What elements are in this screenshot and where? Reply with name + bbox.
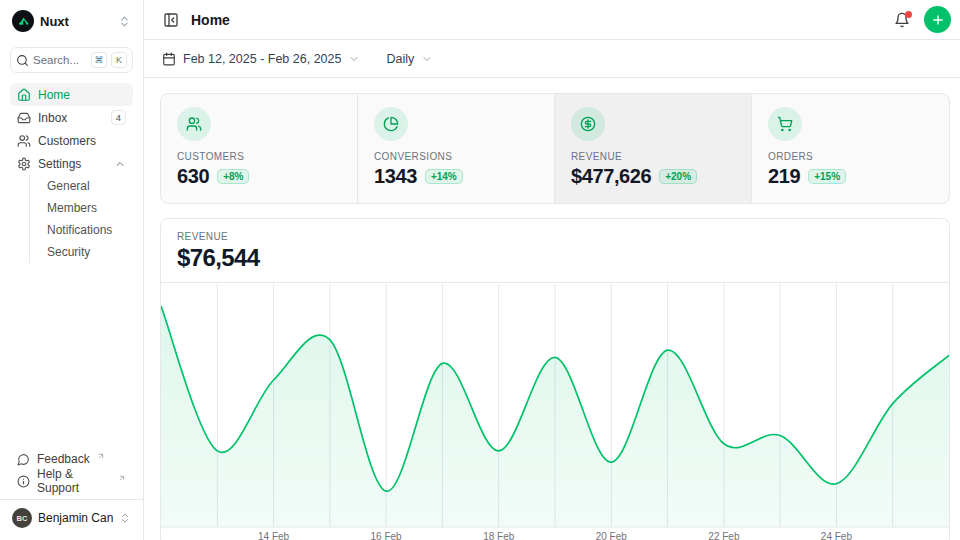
- stat-label: Revenue: [571, 151, 735, 162]
- info-icon: [17, 475, 30, 488]
- sidebar-collapse-button[interactable]: [159, 8, 183, 32]
- sidebar-item-members[interactable]: Members: [30, 197, 133, 219]
- chart-pie-icon: [374, 107, 408, 141]
- svg-text:16 Feb: 16 Feb: [371, 531, 403, 540]
- help-support-link[interactable]: Help & Support: [10, 470, 133, 492]
- stat-delta-badge: +14%: [425, 169, 463, 184]
- sidebar-item-notifications[interactable]: Notifications: [30, 219, 133, 241]
- search-input-wrapper[interactable]: ⌘ K: [10, 47, 133, 73]
- sidebar-spacer: [10, 263, 133, 448]
- kbd-k: K: [111, 52, 127, 68]
- panel-left-close-icon: [163, 12, 179, 28]
- sidebar-item-inbox[interactable]: Inbox 4: [10, 106, 133, 129]
- stat-card-revenue[interactable]: Revenue $477,626 +20%: [555, 94, 752, 203]
- stat-delta-badge: +15%: [808, 169, 846, 184]
- date-range-label: Feb 12, 2025 - Feb 26, 2025: [183, 52, 341, 66]
- period-label: Daily: [386, 52, 414, 66]
- svg-text:22 Feb: 22 Feb: [708, 531, 740, 540]
- gear-icon: [17, 157, 31, 171]
- circle-dollar-icon: [571, 107, 605, 141]
- stat-delta-badge: +20%: [659, 169, 697, 184]
- chevron-down-icon: [421, 53, 433, 65]
- sidebar-item-customers[interactable]: Customers: [10, 129, 133, 152]
- house-icon: [17, 88, 31, 102]
- stat-card-conversions[interactable]: Conversions 1343 +14%: [358, 94, 555, 203]
- stat-card-orders[interactable]: Orders 219 +15%: [752, 94, 949, 203]
- stat-delta-badge: +8%: [217, 169, 249, 184]
- page-title: Home: [191, 12, 230, 28]
- users-icon: [177, 107, 211, 141]
- sidebar-item-general[interactable]: General: [30, 175, 133, 197]
- revenue-chart-card: Revenue $76,544 14 Feb16 Feb18 Feb20 Feb…: [160, 218, 950, 540]
- chevron-up-icon: [114, 158, 126, 170]
- sidebar-item-settings[interactable]: Settings: [10, 152, 133, 175]
- kbd-cmd: ⌘: [91, 52, 107, 68]
- stat-value: 630: [177, 165, 209, 188]
- stat-label: Customers: [177, 151, 341, 162]
- inbox-icon: [17, 111, 31, 125]
- users-icon: [17, 134, 31, 148]
- message-circle-icon: [17, 453, 30, 466]
- sidebar-item-label: Customers: [38, 134, 96, 148]
- search-input[interactable]: [33, 54, 87, 66]
- add-button[interactable]: [924, 6, 951, 33]
- stat-value: $477,626: [571, 165, 651, 188]
- svg-text:14 Feb: 14 Feb: [258, 531, 290, 540]
- calendar-icon: [162, 52, 176, 66]
- sidebar-item-label: Home: [38, 88, 70, 102]
- chevrons-up-down-icon: [119, 512, 131, 524]
- nuxt-logo-icon: [12, 10, 34, 32]
- svg-text:18 Feb: 18 Feb: [483, 531, 515, 540]
- user-menu[interactable]: BC Benjamin Canac: [0, 499, 143, 536]
- team-name: Nuxt: [40, 14, 112, 29]
- search-icon: [16, 54, 29, 67]
- avatar: BC: [12, 508, 32, 528]
- chart-header: Revenue $76,544: [161, 219, 949, 283]
- inbox-count-badge: 4: [111, 110, 126, 125]
- notification-dot: [905, 11, 912, 18]
- sidebar-footer-links: Feedback Help & Support: [10, 448, 133, 499]
- svg-text:24 Feb: 24 Feb: [821, 531, 853, 540]
- period-select[interactable]: Daily: [384, 48, 435, 70]
- chart-current-value: $76,544: [177, 244, 933, 272]
- stat-label: Conversions: [374, 151, 538, 162]
- external-link-icon: [118, 474, 126, 482]
- stat-value: 219: [768, 165, 800, 188]
- plus-icon: [931, 13, 945, 27]
- stats-row: Customers 630 +8% Conversions 1343 +14%: [160, 93, 950, 204]
- page-header: Home: [144, 0, 960, 40]
- team-switcher[interactable]: Nuxt: [10, 9, 133, 33]
- sidebar: Nuxt ⌘ K Home Inbox 4: [0, 0, 144, 540]
- settings-subnav: General Members Notifications Security: [29, 175, 133, 263]
- chevron-down-icon: [348, 53, 360, 65]
- chart-title: Revenue: [177, 231, 933, 242]
- stat-value: 1343: [374, 165, 417, 188]
- feedback-label: Feedback: [37, 452, 90, 466]
- sidebar-item-label: Settings: [38, 157, 81, 171]
- user-name: Benjamin Canac: [38, 511, 113, 525]
- toolbar: Feb 12, 2025 - Feb 26, 2025 Daily: [144, 40, 960, 78]
- revenue-area-chart[interactable]: 14 Feb16 Feb18 Feb20 Feb22 Feb24 Feb: [161, 283, 949, 540]
- sidebar-item-label: Inbox: [38, 111, 67, 125]
- main-panel: Home Feb 12, 2025 - Feb 26, 2025 Daily: [144, 0, 960, 540]
- date-range-picker[interactable]: Feb 12, 2025 - Feb 26, 2025: [160, 48, 362, 70]
- sidebar-nav: Home Inbox 4 Customers Settings Ge: [10, 83, 133, 263]
- cart-icon: [768, 107, 802, 141]
- sidebar-item-security[interactable]: Security: [30, 241, 133, 263]
- notifications-button[interactable]: [890, 8, 914, 32]
- sidebar-item-home[interactable]: Home: [10, 83, 133, 106]
- external-link-icon: [97, 452, 105, 460]
- chevrons-up-down-icon: [118, 15, 131, 28]
- svg-text:20 Feb: 20 Feb: [596, 531, 628, 540]
- dashboard-content: Customers 630 +8% Conversions 1343 +14%: [144, 78, 960, 540]
- help-support-label: Help & Support: [37, 467, 111, 495]
- stat-label: Orders: [768, 151, 933, 162]
- stat-card-customers[interactable]: Customers 630 +8%: [161, 94, 358, 203]
